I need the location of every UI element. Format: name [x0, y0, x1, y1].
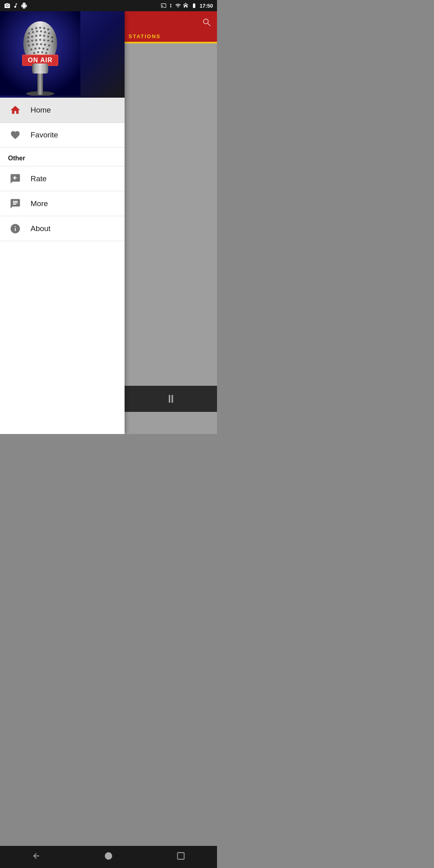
- svg-text:ON AIR: ON AIR: [28, 57, 52, 63]
- svg-rect-3: [37, 72, 43, 95]
- svg-point-12: [36, 31, 38, 33]
- camera-icon: [4, 2, 10, 9]
- svg-point-27: [43, 39, 45, 41]
- svg-point-9: [47, 29, 49, 31]
- svg-point-41: [33, 52, 35, 54]
- drawer: ON AIR Home: [0, 11, 125, 434]
- svg-point-44: [45, 52, 47, 54]
- rate-icon: [8, 172, 23, 186]
- svg-point-6: [35, 27, 37, 29]
- svg-point-32: [36, 43, 38, 45]
- svg-point-14: [44, 31, 46, 33]
- home-label: Home: [31, 106, 51, 115]
- svg-point-22: [51, 37, 53, 39]
- svg-point-29: [51, 41, 53, 43]
- svg-point-16: [27, 37, 29, 39]
- menu-list: Home Favorite Other: [0, 98, 125, 434]
- android-icon: [21, 2, 27, 9]
- about-label: About: [31, 224, 51, 233]
- status-bar: 17:50: [0, 0, 217, 11]
- svg-point-0: [6, 5, 8, 7]
- svg-point-8: [43, 27, 45, 29]
- main-container: ON AIR Home: [0, 11, 217, 434]
- svg-point-38: [39, 47, 41, 49]
- svg-point-21: [47, 36, 49, 38]
- svg-point-26: [39, 39, 41, 41]
- other-section-header: Other: [0, 147, 125, 166]
- svg-point-23: [27, 41, 29, 43]
- svg-point-20: [43, 35, 45, 37]
- sidebar-item-home[interactable]: Home: [0, 98, 125, 123]
- svg-point-35: [48, 45, 50, 47]
- svg-point-28: [47, 40, 49, 42]
- svg-point-34: [44, 44, 46, 46]
- sidebar-item-about[interactable]: About: [0, 216, 125, 241]
- sidebar-item-more[interactable]: More: [0, 191, 125, 216]
- svg-point-40: [47, 49, 49, 51]
- svg-point-43: [41, 51, 43, 53]
- search-button[interactable]: [202, 17, 212, 29]
- heart-icon: [8, 128, 23, 142]
- sidebar-item-favorite[interactable]: Favorite: [0, 123, 125, 147]
- music-icon: [13, 2, 18, 9]
- more-label: More: [31, 199, 48, 208]
- player-controls: ⏸: [125, 386, 217, 412]
- svg-point-42: [37, 51, 39, 53]
- svg-point-31: [32, 44, 34, 46]
- cast-icon: [160, 3, 167, 8]
- microphone-image: ON AIR: [0, 11, 80, 96]
- right-header: STATIONS: [125, 11, 217, 43]
- svg-point-18: [35, 35, 37, 37]
- svg-point-13: [40, 31, 42, 33]
- svg-point-15: [48, 33, 50, 35]
- svg-point-5: [31, 29, 33, 31]
- battery-icon: [190, 3, 198, 8]
- pause-button[interactable]: ⏸: [165, 392, 176, 405]
- svg-point-39: [43, 48, 45, 50]
- rate-label: Rate: [31, 174, 47, 183]
- about-icon: [8, 221, 23, 236]
- right-panel: STATIONS ⏸: [125, 11, 217, 434]
- time-display: 17:50: [200, 3, 213, 9]
- svg-rect-48: [32, 63, 48, 74]
- sidebar-item-rate[interactable]: Rate: [0, 166, 125, 191]
- svg-point-24: [31, 40, 33, 42]
- svg-point-30: [28, 45, 30, 47]
- more-icon: [8, 197, 23, 211]
- signal-icon: [183, 3, 188, 8]
- svg-point-7: [39, 27, 41, 29]
- svg-point-33: [40, 43, 42, 45]
- svg-point-11: [32, 31, 34, 33]
- svg-point-37: [35, 48, 37, 50]
- home-icon: [8, 103, 23, 117]
- status-icons-right: 17:50: [160, 3, 213, 9]
- hero-image: ON AIR: [0, 11, 125, 98]
- stations-label: STATIONS: [129, 33, 161, 39]
- wifi-icon: [175, 3, 181, 8]
- sync-icon: [168, 3, 173, 8]
- svg-point-10: [28, 33, 30, 35]
- svg-point-36: [31, 49, 33, 51]
- svg-point-17: [31, 36, 33, 38]
- svg-point-19: [39, 35, 41, 37]
- status-icons-left: [4, 2, 27, 9]
- svg-point-25: [35, 39, 37, 41]
- favorite-label: Favorite: [31, 131, 58, 139]
- right-content: [125, 43, 217, 434]
